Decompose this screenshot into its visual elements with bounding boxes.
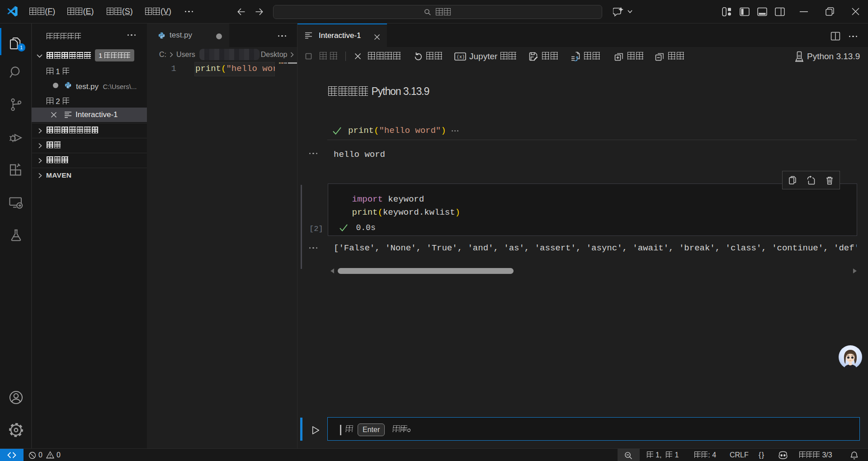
svg-text:(x): (x) [457, 55, 465, 60]
